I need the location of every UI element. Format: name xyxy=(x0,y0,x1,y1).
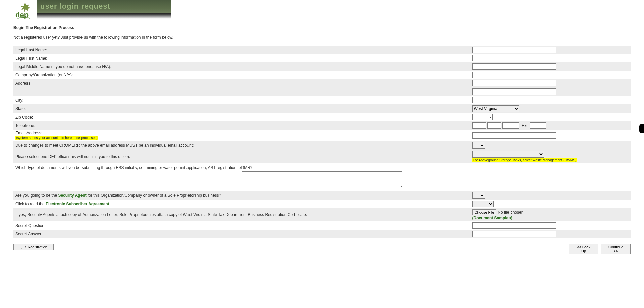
state-select[interactable]: West Virginia xyxy=(472,105,519,112)
header-banner: dep user login request xyxy=(13,0,631,20)
label-email: Email Address: (system sends your accoun… xyxy=(13,130,470,141)
cromerr-select[interactable] xyxy=(472,142,485,149)
banner-shadow xyxy=(37,13,171,19)
side-tab-icon[interactable] xyxy=(639,124,644,133)
label-ext: Ext: xyxy=(522,123,529,128)
security-agent-select[interactable] xyxy=(472,192,485,199)
section-title: Begin The Registration Process xyxy=(13,25,631,30)
label-address: Address: xyxy=(13,79,470,87)
secret-question-input[interactable] xyxy=(472,222,556,229)
middle-name-input[interactable] xyxy=(472,63,556,70)
phone-line-input[interactable] xyxy=(502,122,519,129)
security-agent-link[interactable]: Security Agent xyxy=(58,193,86,198)
phone-prefix-input[interactable] xyxy=(487,122,501,129)
email-note: (system sends your account info here onc… xyxy=(15,136,98,140)
label-company: Company/Organization (or N/A): xyxy=(13,71,470,79)
label-secret-q: Secret Question: xyxy=(13,221,470,230)
label-last-name: Legal Last Name: xyxy=(13,46,470,54)
phone-area-input[interactable] xyxy=(472,122,486,129)
registration-form: Legal Last Name: Legal First Name: Legal… xyxy=(13,46,631,238)
label-dep-office: Please select one DEP office (this will … xyxy=(13,150,470,163)
label-attach: If yes, Security Agents attach copy of A… xyxy=(13,208,470,221)
zip-separator: - xyxy=(489,115,493,120)
back-button[interactable]: << Back Up xyxy=(569,244,598,254)
label-doc-types: Which type of documents will you be subm… xyxy=(13,163,631,191)
file-status: No file chosen xyxy=(498,210,523,215)
quit-registration-button[interactable]: Quit Registration xyxy=(13,244,54,250)
dep-logo: dep xyxy=(13,2,37,20)
label-cromerr: Due to changes to meet CROMERR the above… xyxy=(13,141,470,150)
document-samples-link[interactable]: (Document Samples) xyxy=(472,215,512,220)
footer-buttons: Quit Registration << Back Up Continue >> xyxy=(13,244,631,254)
page-title: user login request xyxy=(40,2,110,11)
label-address2 xyxy=(13,87,470,96)
address1-input[interactable] xyxy=(472,80,556,86)
label-security-agent: Are you going to be the Security Agent f… xyxy=(13,191,470,200)
doc-types-textarea[interactable] xyxy=(241,171,402,188)
zip4-input[interactable] xyxy=(492,114,506,120)
secret-answer-input[interactable] xyxy=(472,231,556,237)
banner-title-wrap: user login request xyxy=(37,0,171,13)
label-state: State: xyxy=(13,104,470,113)
first-name-input[interactable] xyxy=(472,55,556,61)
last-name-input[interactable] xyxy=(472,47,556,53)
label-secret-a: Secret Answer: xyxy=(13,230,470,238)
esa-link[interactable]: Electronic Subscriber Agreement xyxy=(46,202,109,206)
email-input[interactable] xyxy=(472,132,556,139)
label-middle-name: Legal Middle Name (if you do not have on… xyxy=(13,62,470,71)
label-city: City: xyxy=(13,96,470,104)
label-first-name: Legal First Name: xyxy=(13,54,470,62)
label-zip: Zip Code: xyxy=(13,113,470,121)
esa-select[interactable] xyxy=(472,201,494,207)
city-input[interactable] xyxy=(472,97,556,103)
dep-office-select[interactable] xyxy=(472,151,544,158)
choose-file-button[interactable]: Choose File xyxy=(472,209,497,215)
company-input[interactable] xyxy=(472,72,556,78)
address2-input[interactable] xyxy=(472,88,556,95)
zip-input[interactable] xyxy=(472,114,489,120)
label-esa: Click to read the Electronic Subscriber … xyxy=(13,200,470,208)
continue-button[interactable]: Continue >> xyxy=(601,244,631,254)
phone-ext-input[interactable] xyxy=(530,122,546,129)
intro-text: Not a registered user yet? Just provide … xyxy=(13,35,631,40)
label-telephone: Telephone: xyxy=(13,121,470,130)
dep-office-note: For Aboveground Storage Tanks, select Wa… xyxy=(472,158,577,162)
